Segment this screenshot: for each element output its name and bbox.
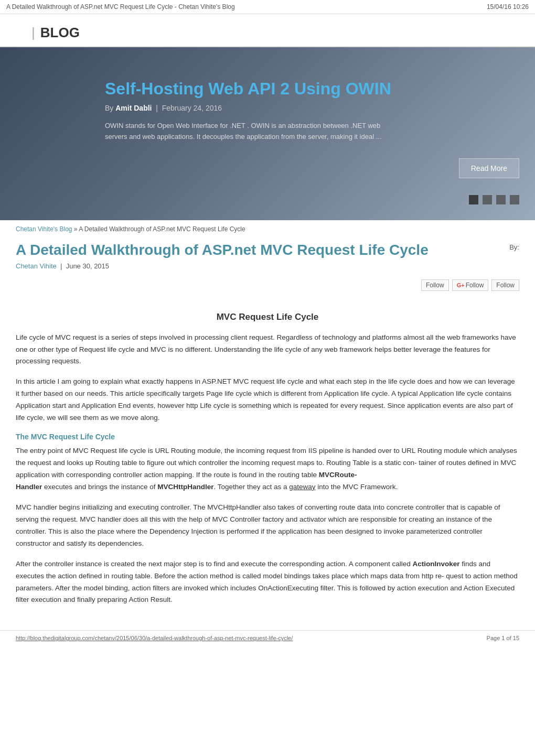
- breadcrumb-current: A Detailed Walkthrough of ASP.net MVC Re…: [79, 225, 245, 233]
- article-date: June 30, 2015: [66, 262, 109, 270]
- subsection-paragraph-3: After the controller instance is created…: [16, 558, 519, 607]
- page-number: Page 1 of 15: [487, 635, 519, 641]
- article-title: A Detailed Walkthrough of ASP.net MVC Re…: [16, 241, 509, 259]
- slider-dot-3[interactable]: [496, 195, 506, 204]
- breadcrumb-separator: »: [74, 225, 78, 233]
- tab-title: A Detailed Walkthrough of ASP.net MVC Re…: [6, 3, 235, 10]
- follow-button-2[interactable]: Follow: [491, 279, 519, 291]
- hero-section: Self-Hosting Web API 2 Using OWIN By Ami…: [0, 47, 535, 220]
- browser-bar: A Detailed Walkthrough of ASP.net MVC Re…: [0, 0, 535, 14]
- pipe-separator: |: [31, 25, 35, 41]
- paragraph-2: In this article I am going to explain wh…: [16, 376, 519, 424]
- gplus-follow-label: Follow: [466, 282, 484, 289]
- subsection-paragraph-1: The entry point of MVC Request life cycl…: [16, 445, 519, 493]
- blog-header: | BLOG: [0, 14, 535, 47]
- subsection-title-1: The MVC Request Life Cycle: [16, 433, 519, 441]
- breadcrumb-blog-link[interactable]: Chetan Vihite's Blog: [16, 225, 72, 233]
- subsection-paragraph-2: MVC handler begins initializing and exec…: [16, 502, 519, 550]
- hero-by-label: By: [105, 104, 113, 112]
- paragraph-1: Life cycle of MVC request is a series of…: [16, 332, 519, 368]
- slider-dot-2[interactable]: [483, 195, 492, 204]
- timestamp: 15/04/16 10:26: [487, 3, 529, 10]
- hero-author-link[interactable]: Amit Dabli: [115, 104, 152, 112]
- actioninvoker-text: ActionInvoker: [412, 560, 459, 568]
- article-header: A Detailed Walkthrough of ASP.net MVC Re…: [0, 238, 535, 275]
- article-meta: Chetan Vihite | June 30, 2015: [16, 262, 509, 270]
- hero-date: February 24, 2016: [162, 104, 222, 112]
- gateway-link[interactable]: gateway: [289, 483, 315, 491]
- slider-dot-1[interactable]: [469, 195, 478, 204]
- page-footer: http://blog.thedigitalgroup.com/chetanv/…: [0, 630, 535, 645]
- breadcrumb: Chetan Vihite's Blog » A Detailed Walkth…: [0, 220, 535, 238]
- article-title-block: A Detailed Walkthrough of ASP.net MVC Re…: [16, 241, 509, 270]
- hero-byline: By Amit Dabli | February 24, 2016: [105, 104, 514, 112]
- section-title: MVC Request Life Cycle: [16, 312, 519, 322]
- follow-row: Follow G+ Follow Follow: [0, 275, 535, 301]
- follow-button-1[interactable]: Follow: [421, 279, 449, 291]
- slider-dot-4[interactable]: [510, 195, 519, 204]
- article-by-label: By:: [509, 241, 519, 251]
- article-content: MVC Request Life Cycle Life cycle of MVC…: [0, 301, 535, 631]
- read-more-button[interactable]: Read More: [459, 158, 519, 178]
- hero-title: Self-Hosting Web API 2 Using OWIN: [105, 79, 514, 99]
- blog-title: BLOG: [40, 25, 80, 41]
- article-author-link[interactable]: Chetan Vihite: [16, 262, 57, 270]
- hero-excerpt: OWIN stands for Open Web Interface for .…: [105, 121, 388, 143]
- slider-dots: [469, 195, 519, 204]
- gplus-follow[interactable]: G+ Follow: [452, 279, 489, 291]
- mvchttphandler-text: MVCHttpHandler: [157, 483, 213, 491]
- gplus-icon: G+: [457, 282, 465, 288]
- footer-url[interactable]: http://blog.thedigitalgroup.com/chetanv/…: [16, 635, 293, 641]
